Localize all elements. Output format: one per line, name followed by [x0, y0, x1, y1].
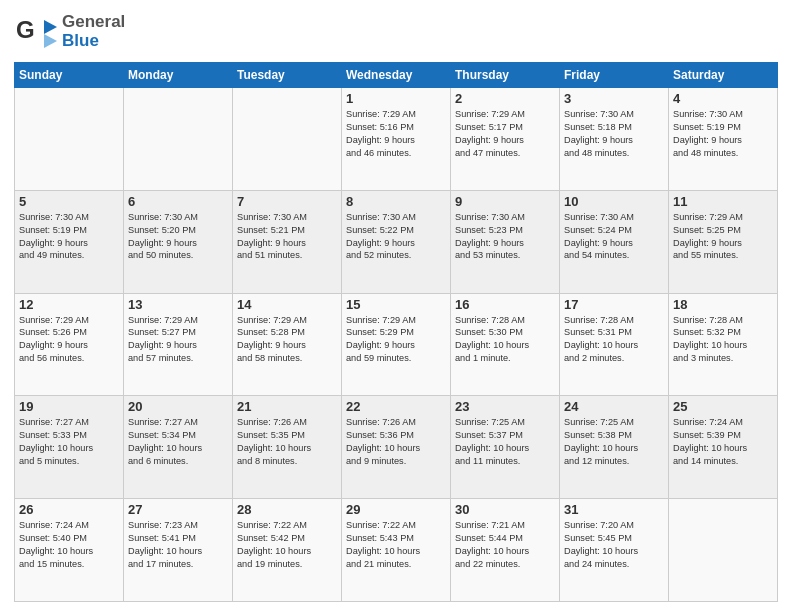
- day-info: Sunrise: 7:27 AM Sunset: 5:34 PM Dayligh…: [128, 416, 228, 468]
- svg-marker-1: [44, 20, 57, 34]
- day-number: 14: [237, 297, 337, 312]
- day-number: 19: [19, 399, 119, 414]
- calendar-cell: 17Sunrise: 7:28 AM Sunset: 5:31 PM Dayli…: [560, 293, 669, 396]
- day-number: 28: [237, 502, 337, 517]
- day-number: 3: [564, 91, 664, 106]
- day-info: Sunrise: 7:20 AM Sunset: 5:45 PM Dayligh…: [564, 519, 664, 571]
- day-info: Sunrise: 7:30 AM Sunset: 5:19 PM Dayligh…: [673, 108, 773, 160]
- calendar-cell: 24Sunrise: 7:25 AM Sunset: 5:38 PM Dayli…: [560, 396, 669, 499]
- day-number: 13: [128, 297, 228, 312]
- day-info: Sunrise: 7:29 AM Sunset: 5:17 PM Dayligh…: [455, 108, 555, 160]
- calendar-cell: [669, 499, 778, 602]
- day-info: Sunrise: 7:30 AM Sunset: 5:23 PM Dayligh…: [455, 211, 555, 263]
- logo-icon: G: [14, 10, 58, 54]
- day-number: 2: [455, 91, 555, 106]
- day-info: Sunrise: 7:22 AM Sunset: 5:42 PM Dayligh…: [237, 519, 337, 571]
- calendar-cell: 27Sunrise: 7:23 AM Sunset: 5:41 PM Dayli…: [124, 499, 233, 602]
- weekday-header-saturday: Saturday: [669, 63, 778, 88]
- calendar-cell: 8Sunrise: 7:30 AM Sunset: 5:22 PM Daylig…: [342, 190, 451, 293]
- calendar-cell: 19Sunrise: 7:27 AM Sunset: 5:33 PM Dayli…: [15, 396, 124, 499]
- week-row-5: 26Sunrise: 7:24 AM Sunset: 5:40 PM Dayli…: [15, 499, 778, 602]
- calendar-cell: 6Sunrise: 7:30 AM Sunset: 5:20 PM Daylig…: [124, 190, 233, 293]
- calendar-cell: 5Sunrise: 7:30 AM Sunset: 5:19 PM Daylig…: [15, 190, 124, 293]
- day-info: Sunrise: 7:29 AM Sunset: 5:26 PM Dayligh…: [19, 314, 119, 366]
- calendar-cell: 3Sunrise: 7:30 AM Sunset: 5:18 PM Daylig…: [560, 88, 669, 191]
- calendar-cell: 31Sunrise: 7:20 AM Sunset: 5:45 PM Dayli…: [560, 499, 669, 602]
- day-info: Sunrise: 7:30 AM Sunset: 5:20 PM Dayligh…: [128, 211, 228, 263]
- day-info: Sunrise: 7:28 AM Sunset: 5:31 PM Dayligh…: [564, 314, 664, 366]
- calendar-cell: 2Sunrise: 7:29 AM Sunset: 5:17 PM Daylig…: [451, 88, 560, 191]
- day-info: Sunrise: 7:24 AM Sunset: 5:39 PM Dayligh…: [673, 416, 773, 468]
- logo: G General Blue: [14, 10, 125, 54]
- day-info: Sunrise: 7:30 AM Sunset: 5:21 PM Dayligh…: [237, 211, 337, 263]
- day-info: Sunrise: 7:24 AM Sunset: 5:40 PM Dayligh…: [19, 519, 119, 571]
- day-number: 15: [346, 297, 446, 312]
- day-number: 6: [128, 194, 228, 209]
- calendar-cell: 29Sunrise: 7:22 AM Sunset: 5:43 PM Dayli…: [342, 499, 451, 602]
- calendar-cell: [233, 88, 342, 191]
- calendar-cell: [15, 88, 124, 191]
- day-info: Sunrise: 7:21 AM Sunset: 5:44 PM Dayligh…: [455, 519, 555, 571]
- weekday-header-monday: Monday: [124, 63, 233, 88]
- day-number: 12: [19, 297, 119, 312]
- day-number: 25: [673, 399, 773, 414]
- weekday-header-tuesday: Tuesday: [233, 63, 342, 88]
- day-number: 5: [19, 194, 119, 209]
- week-row-1: 1Sunrise: 7:29 AM Sunset: 5:16 PM Daylig…: [15, 88, 778, 191]
- day-info: Sunrise: 7:28 AM Sunset: 5:32 PM Dayligh…: [673, 314, 773, 366]
- day-number: 9: [455, 194, 555, 209]
- weekday-header-row: SundayMondayTuesdayWednesdayThursdayFrid…: [15, 63, 778, 88]
- calendar-cell: 21Sunrise: 7:26 AM Sunset: 5:35 PM Dayli…: [233, 396, 342, 499]
- weekday-header-wednesday: Wednesday: [342, 63, 451, 88]
- day-info: Sunrise: 7:29 AM Sunset: 5:25 PM Dayligh…: [673, 211, 773, 263]
- calendar-cell: 13Sunrise: 7:29 AM Sunset: 5:27 PM Dayli…: [124, 293, 233, 396]
- day-info: Sunrise: 7:30 AM Sunset: 5:19 PM Dayligh…: [19, 211, 119, 263]
- day-number: 20: [128, 399, 228, 414]
- header: G General Blue: [14, 10, 778, 54]
- calendar-cell: 30Sunrise: 7:21 AM Sunset: 5:44 PM Dayli…: [451, 499, 560, 602]
- calendar-cell: 18Sunrise: 7:28 AM Sunset: 5:32 PM Dayli…: [669, 293, 778, 396]
- calendar-cell: 16Sunrise: 7:28 AM Sunset: 5:30 PM Dayli…: [451, 293, 560, 396]
- week-row-2: 5Sunrise: 7:30 AM Sunset: 5:19 PM Daylig…: [15, 190, 778, 293]
- logo-blue: Blue: [62, 32, 125, 51]
- calendar-cell: 12Sunrise: 7:29 AM Sunset: 5:26 PM Dayli…: [15, 293, 124, 396]
- day-info: Sunrise: 7:29 AM Sunset: 5:27 PM Dayligh…: [128, 314, 228, 366]
- day-number: 16: [455, 297, 555, 312]
- calendar-cell: 14Sunrise: 7:29 AM Sunset: 5:28 PM Dayli…: [233, 293, 342, 396]
- day-info: Sunrise: 7:30 AM Sunset: 5:18 PM Dayligh…: [564, 108, 664, 160]
- day-info: Sunrise: 7:22 AM Sunset: 5:43 PM Dayligh…: [346, 519, 446, 571]
- day-info: Sunrise: 7:26 AM Sunset: 5:36 PM Dayligh…: [346, 416, 446, 468]
- weekday-header-friday: Friday: [560, 63, 669, 88]
- calendar-table: SundayMondayTuesdayWednesdayThursdayFrid…: [14, 62, 778, 602]
- svg-marker-2: [44, 34, 57, 48]
- calendar-cell: 7Sunrise: 7:30 AM Sunset: 5:21 PM Daylig…: [233, 190, 342, 293]
- calendar-cell: 9Sunrise: 7:30 AM Sunset: 5:23 PM Daylig…: [451, 190, 560, 293]
- day-number: 30: [455, 502, 555, 517]
- day-info: Sunrise: 7:25 AM Sunset: 5:37 PM Dayligh…: [455, 416, 555, 468]
- calendar-cell: 15Sunrise: 7:29 AM Sunset: 5:29 PM Dayli…: [342, 293, 451, 396]
- weekday-header-thursday: Thursday: [451, 63, 560, 88]
- calendar-cell: 10Sunrise: 7:30 AM Sunset: 5:24 PM Dayli…: [560, 190, 669, 293]
- day-info: Sunrise: 7:27 AM Sunset: 5:33 PM Dayligh…: [19, 416, 119, 468]
- day-number: 24: [564, 399, 664, 414]
- day-number: 11: [673, 194, 773, 209]
- day-number: 17: [564, 297, 664, 312]
- calendar-cell: 4Sunrise: 7:30 AM Sunset: 5:19 PM Daylig…: [669, 88, 778, 191]
- day-number: 21: [237, 399, 337, 414]
- day-info: Sunrise: 7:29 AM Sunset: 5:28 PM Dayligh…: [237, 314, 337, 366]
- day-info: Sunrise: 7:30 AM Sunset: 5:24 PM Dayligh…: [564, 211, 664, 263]
- week-row-4: 19Sunrise: 7:27 AM Sunset: 5:33 PM Dayli…: [15, 396, 778, 499]
- calendar-cell: 25Sunrise: 7:24 AM Sunset: 5:39 PM Dayli…: [669, 396, 778, 499]
- day-number: 8: [346, 194, 446, 209]
- day-info: Sunrise: 7:25 AM Sunset: 5:38 PM Dayligh…: [564, 416, 664, 468]
- day-number: 31: [564, 502, 664, 517]
- day-number: 22: [346, 399, 446, 414]
- day-info: Sunrise: 7:29 AM Sunset: 5:29 PM Dayligh…: [346, 314, 446, 366]
- calendar-cell: 26Sunrise: 7:24 AM Sunset: 5:40 PM Dayli…: [15, 499, 124, 602]
- day-info: Sunrise: 7:29 AM Sunset: 5:16 PM Dayligh…: [346, 108, 446, 160]
- calendar-cell: 28Sunrise: 7:22 AM Sunset: 5:42 PM Dayli…: [233, 499, 342, 602]
- day-number: 4: [673, 91, 773, 106]
- logo-general: General: [62, 13, 125, 32]
- week-row-3: 12Sunrise: 7:29 AM Sunset: 5:26 PM Dayli…: [15, 293, 778, 396]
- calendar-cell: 23Sunrise: 7:25 AM Sunset: 5:37 PM Dayli…: [451, 396, 560, 499]
